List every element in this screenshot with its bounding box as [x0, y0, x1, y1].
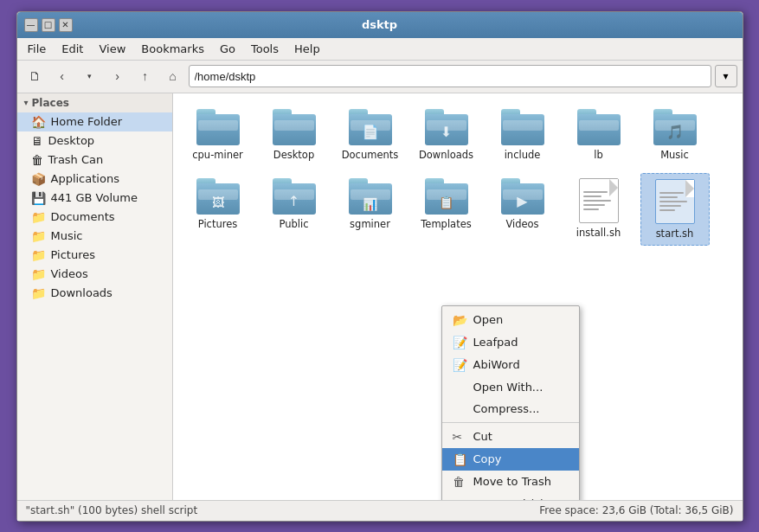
templates-icon: 📋	[425, 178, 468, 215]
sidebar-item-music[interactable]: 📁 Music	[17, 227, 172, 246]
trash-icon: 🗑	[31, 153, 43, 167]
toolbar: 🗋 ‹ ▾ › ↑ ⌂ ▾	[17, 61, 743, 93]
address-input[interactable]	[189, 65, 711, 87]
content-area: ▾ Places 🏠 Home Folder 🖥 Desktop 🗑 Trash…	[17, 93, 743, 500]
documents-folder-icon: 📁	[31, 210, 46, 224]
music-overlay-icon: 🎵	[666, 124, 684, 140]
downloads-overlay-icon: ⬇	[441, 124, 452, 140]
back-dropdown-button[interactable]: ▾	[78, 64, 102, 88]
window-title: dsktp	[76, 18, 684, 31]
public-overlay-icon: ↑	[288, 193, 299, 209]
file-item-start-sh[interactable]: start.sh	[640, 173, 710, 246]
applications-icon: 📦	[31, 172, 46, 186]
file-item-lb[interactable]: lb	[564, 104, 634, 166]
file-item-templates[interactable]: 📋 Templates	[412, 173, 481, 246]
music-folder-icon: 📁	[31, 229, 46, 243]
file-item-music[interactable]: 🎵 Music	[640, 104, 710, 166]
file-item-documents[interactable]: 📄 Documents	[336, 104, 405, 166]
ctx-open[interactable]: 📂 Open	[442, 309, 579, 331]
pictures-folder-icon: 📁	[31, 248, 46, 262]
menu-go[interactable]: Go	[213, 41, 242, 57]
menu-help[interactable]: Help	[287, 41, 327, 57]
pictures-label: Pictures	[198, 218, 238, 230]
desktop-folder-icon	[273, 109, 316, 145]
file-item-downloads[interactable]: ⬇ Downloads	[412, 104, 481, 166]
ctx-abiword[interactable]: 📝 AbiWord	[442, 354, 579, 376]
minimize-button[interactable]: —	[24, 18, 38, 32]
file-item-desktop[interactable]: Desktop	[260, 104, 329, 166]
file-area[interactable]: cpu-miner Desktop 📄	[173, 93, 743, 500]
start-sh-icon	[655, 179, 695, 224]
file-item-videos[interactable]: ▶ Videos	[488, 173, 557, 246]
file-item-public[interactable]: ↑ Public	[260, 173, 329, 246]
ctx-copy-icon: 📋	[453, 452, 466, 466]
ctx-move-trash[interactable]: 🗑 Move to Trash	[442, 471, 579, 493]
music-label: Music	[660, 149, 689, 161]
forward-button[interactable]: ›	[106, 64, 130, 88]
ctx-cut[interactable]: ✂ Cut	[442, 426, 579, 448]
downloads-icon: ⬇	[425, 109, 468, 145]
statusbar-right: Free space: 23,6 GiB (Total: 36,5 GiB)	[539, 504, 733, 516]
sidebar-item-pictures[interactable]: 📁 Pictures	[17, 246, 172, 265]
desktop-label: Desktop	[273, 149, 314, 161]
close-button[interactable]: ✕	[59, 18, 73, 32]
public-icon: ↑	[273, 178, 316, 215]
sidebar-item-desktop[interactable]: 🖥 Desktop	[17, 131, 172, 151]
ctx-abiword-icon: 📝	[453, 358, 466, 372]
videos-overlay-icon: ▶	[517, 193, 527, 209]
statusbar: "start.sh" (100 bytes) shell script Free…	[17, 500, 743, 521]
home-button[interactable]: ⌂	[161, 64, 185, 88]
install-sh-icon	[579, 178, 619, 223]
reload-button[interactable]: ▾	[715, 65, 737, 87]
sidebar-item-home[interactable]: 🏠 Home Folder	[17, 112, 172, 131]
file-grid: cpu-miner Desktop 📄	[183, 104, 732, 246]
file-item-install-sh[interactable]: install.sh	[564, 173, 634, 246]
menu-view[interactable]: View	[92, 41, 132, 57]
file-manager-window: — □ ✕ dsktp File Edit View Bookmarks Go …	[16, 11, 743, 522]
templates-overlay-icon: 📋	[439, 195, 453, 209]
up-button[interactable]: ↑	[133, 64, 158, 88]
menu-bookmarks[interactable]: Bookmarks	[134, 41, 211, 57]
file-item-include[interactable]: include	[488, 104, 557, 166]
cpu-miner-label: cpu-miner	[192, 149, 243, 161]
sidebar-item-volume[interactable]: 💾 441 GB Volume	[17, 189, 172, 208]
ctx-open-with[interactable]: Open With...	[442, 376, 579, 398]
sidebar-item-trash[interactable]: 🗑 Trash Can	[17, 151, 172, 170]
menubar: File Edit View Bookmarks Go Tools Help	[17, 38, 743, 61]
sgminer-label: sgminer	[350, 218, 390, 230]
videos-icon: ▶	[501, 178, 544, 215]
new-tab-button[interactable]: 🗋	[23, 64, 47, 88]
ctx-leafpad[interactable]: 📝 Leafpad	[442, 331, 579, 354]
documents-overlay-icon: 📄	[362, 124, 379, 140]
sidebar-resize-handle[interactable]	[169, 93, 172, 500]
videos-folder-icon: 📁	[31, 267, 46, 281]
menu-tools[interactable]: Tools	[244, 41, 286, 57]
menu-edit[interactable]: Edit	[55, 41, 90, 57]
ctx-move-trash-icon: 🗑	[453, 475, 466, 489]
ctx-copy[interactable]: 📋 Copy	[442, 448, 579, 471]
file-item-cpu-miner[interactable]: cpu-miner	[183, 104, 253, 166]
back-button[interactable]: ‹	[50, 64, 74, 88]
sidebar-places-header: ▾ Places	[17, 93, 172, 112]
pictures-icon: 🖼	[196, 178, 240, 215]
ctx-compress[interactable]: Compress...	[442, 398, 579, 420]
install-sh-lines	[583, 191, 614, 213]
ctx-copy-paths[interactable]: Copy Path(s)	[442, 493, 579, 500]
sidebar-item-videos[interactable]: 📁 Videos	[17, 265, 172, 284]
lb-label: lb	[594, 149, 603, 161]
sidebar-item-documents[interactable]: 📁 Documents	[17, 208, 172, 227]
include-folder-icon	[501, 109, 544, 145]
lb-folder-icon	[577, 109, 621, 145]
sidebar-item-applications[interactable]: 📦 Applications	[17, 170, 172, 189]
templates-label: Templates	[421, 218, 471, 230]
sidebar-item-downloads[interactable]: 📁 Downloads	[17, 284, 172, 303]
menu-file[interactable]: File	[21, 41, 54, 57]
documents-label: Documents	[342, 149, 399, 161]
file-item-pictures[interactable]: 🖼 Pictures	[183, 173, 253, 246]
sidebar: ▾ Places 🏠 Home Folder 🖥 Desktop 🗑 Trash…	[17, 93, 173, 500]
start-sh-label: start.sh	[656, 228, 694, 240]
sgminer-overlay-icon: 📊	[363, 197, 377, 211]
public-label: Public	[279, 218, 308, 230]
file-item-sgminer[interactable]: 📊 sgminer	[336, 173, 405, 246]
maximize-button[interactable]: □	[42, 18, 55, 32]
